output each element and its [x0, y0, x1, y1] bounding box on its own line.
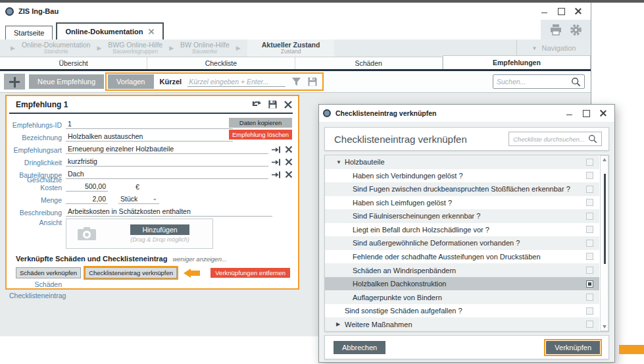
- breadcrumb-item[interactable]: Aktueller ZustandZustand: [247, 39, 335, 57]
- item-checkbox[interactable]: [586, 159, 593, 166]
- breadcrumb-subtitle: Standorte: [22, 49, 90, 55]
- checklist-item-row[interactable]: Holzbalken Dachkonstruktion: [325, 277, 599, 291]
- section-tab-checkliste[interactable]: Checkliste: [147, 57, 295, 69]
- search-icon[interactable]: [588, 134, 597, 143]
- item-checkbox[interactable]: [586, 294, 593, 301]
- kuerzel-label: Kürzel: [160, 78, 182, 86]
- clear-field-icon[interactable]: [285, 145, 293, 153]
- item-checkbox[interactable]: [586, 240, 593, 247]
- expand-open-icon[interactable]: ▼: [336, 159, 345, 165]
- section-tab-übersicht[interactable]: Übersicht: [0, 57, 147, 69]
- navigation-dropdown[interactable]: ▼ Navigation: [516, 39, 591, 57]
- schaeden-verknuepfen-button[interactable]: Schäden verknüpfen: [16, 267, 81, 278]
- checklist-item-row[interactable]: Sind sonstige Schäden aufgefallen ?: [325, 304, 599, 318]
- item-checkbox[interactable]: [586, 253, 593, 260]
- add-empfehlung-icon-button[interactable]: [4, 74, 25, 90]
- undo-icon[interactable]: [251, 99, 262, 109]
- item-checkbox[interactable]: [586, 280, 593, 288]
- search-icon[interactable]: [571, 77, 581, 87]
- dialog-close-button[interactable]: [596, 107, 610, 119]
- close-button[interactable]: [571, 5, 585, 17]
- dropzone-hint: (Drag & Drop möglich): [130, 236, 189, 243]
- tab-online-dokumentation[interactable]: Online-Dokumentation: [56, 22, 164, 39]
- empfehlungs-id-input[interactable]: 1: [66, 120, 233, 129]
- daten-kopieren-button[interactable]: Daten kopieren: [229, 118, 292, 128]
- show-less-toggle[interactable]: weniger anzeigen...: [172, 255, 226, 263]
- checklist-item-row[interactable]: Schäden an Windrispenbändern: [325, 263, 599, 277]
- kosten-input[interactable]: 500,00: [66, 182, 108, 192]
- scroll-down-icon[interactable]: [603, 325, 607, 328]
- checklist-item-row[interactable]: Fehlende oder schadhafte Aussteifungen v…: [325, 250, 599, 264]
- menge-input[interactable]: 2,00: [66, 195, 108, 204]
- breadcrumb-item[interactable]: BW Online-HilfeBauwerke: [180, 41, 230, 55]
- item-checkbox[interactable]: [586, 213, 593, 220]
- print-icon[interactable]: [549, 23, 562, 36]
- field-menge: Menge 2,00 Stück ⌄: [9, 192, 293, 204]
- filter-icon[interactable]: [291, 77, 301, 87]
- vorlagen-button[interactable]: Vorlagen: [108, 74, 153, 89]
- bezeichnung-input[interactable]: Holzbalken austauschen: [66, 132, 233, 142]
- checklist-search-input[interactable]: Checkliste durchsuchen...: [508, 132, 602, 146]
- beschreibung-input[interactable]: Arbeitskosten in Schätzkosten enthalten: [66, 207, 272, 217]
- verknuepfen-button[interactable]: Verknüpfen: [546, 341, 600, 354]
- breadcrumb-subtitle: Zustand: [262, 49, 320, 55]
- pick-from-list-icon[interactable]: [272, 146, 281, 153]
- dringlichkeit-input[interactable]: kurzfristig: [66, 157, 268, 167]
- item-checkbox[interactable]: [586, 186, 593, 193]
- section-tab-empfehlungen[interactable]: Empfehlungen: [443, 55, 591, 69]
- section-tab-schäden[interactable]: Schäden: [295, 57, 443, 69]
- item-checkbox[interactable]: [586, 321, 593, 328]
- checklist-group-row[interactable]: ▼Holzbauteile: [325, 155, 599, 169]
- clear-field-icon[interactable]: [285, 158, 293, 166]
- checklist-item-row[interactable]: Auflagerpunkte von Bindern: [325, 290, 599, 304]
- checklist-item-row[interactable]: Haben sich Leimfugen gelöst ?: [325, 196, 599, 210]
- neue-empfehlung-button[interactable]: Neue Empfehlung: [29, 74, 104, 89]
- save-icon[interactable]: [268, 99, 278, 109]
- checklist-item-row[interactable]: Sind außergewöhnliche Deformationen vorh…: [325, 236, 599, 250]
- maximize-button[interactable]: [554, 5, 568, 17]
- pick-from-list-icon[interactable]: [272, 159, 281, 166]
- breadcrumb-separator-icon: ▶: [97, 45, 101, 51]
- dialog-titlebar: Checklisteneintrag verknüpfen: [319, 105, 614, 122]
- save-filter-icon[interactable]: [307, 76, 318, 87]
- item-checkbox[interactable]: [586, 199, 593, 206]
- checklist-item-row[interactable]: Liegt ein Befall durch Holzschädlinge vo…: [325, 223, 599, 237]
- scroll-thumb[interactable]: [604, 174, 606, 265]
- checklist-item-row[interactable]: Haben sich Verbindungen gelöst ?: [325, 169, 599, 183]
- menge-unit-select[interactable]: Stück ⌄: [118, 195, 159, 204]
- close-form-icon[interactable]: [284, 100, 293, 109]
- item-checkbox[interactable]: [586, 267, 593, 274]
- breadcrumb-item[interactable]: Online-DokumentationStandorte: [22, 41, 90, 55]
- clear-field-icon[interactable]: [285, 170, 293, 178]
- checklist-item-row[interactable]: Sind Fäulniserscheinungen erkennbar ?: [325, 209, 599, 223]
- settings-gear-icon[interactable]: [569, 23, 583, 37]
- checklist-item-text: Sind Fugen zwischen druckbeanspruchten S…: [353, 185, 570, 193]
- image-dropzone[interactable]: Hinzufügen (Drag & Drop möglich): [66, 219, 213, 249]
- abbrechen-button[interactable]: Abbrechen: [334, 341, 385, 354]
- tab-startseite[interactable]: Startseite: [5, 26, 53, 39]
- field-label: Ansicht: [9, 219, 62, 249]
- item-checkbox[interactable]: [586, 172, 593, 179]
- empfehlung-loeschen-button[interactable]: Empfehlung löschen: [229, 130, 292, 140]
- checklist-group-row[interactable]: ▶Weitere Maßnahmen: [325, 317, 599, 331]
- minimize-button[interactable]: [537, 5, 551, 17]
- tab-close-icon[interactable]: [148, 28, 155, 35]
- item-checkbox[interactable]: [586, 226, 593, 233]
- checklist-item-row[interactable]: Sind Fugen zwischen druckbeanspruchten S…: [325, 182, 599, 196]
- scrollbar[interactable]: [600, 155, 608, 331]
- kuerzel-input[interactable]: Kürzel eingeben + Enter...: [187, 77, 285, 87]
- checklisteneintrag-verknuepfen-button[interactable]: Checklisteneintrag verknüpfen: [85, 267, 177, 278]
- bauteilgruppe-input[interactable]: Dach: [66, 170, 268, 179]
- dialog-maximize-button[interactable]: [579, 107, 593, 119]
- empfehlungsart-input[interactable]: Erneuerung einzelner Holzbauteile: [66, 145, 268, 154]
- breadcrumb-item[interactable]: BWG Online-HilfeBauwerksgruppen: [108, 41, 162, 55]
- expand-closed-icon[interactable]: ▶: [336, 321, 345, 327]
- verknuepfungen-entfernen-button[interactable]: Verknüpfungen entfernen: [211, 268, 290, 278]
- dialog-minimize-button[interactable]: [562, 107, 576, 119]
- schaeden-label: Schäden: [9, 280, 62, 288]
- item-checkbox[interactable]: [586, 307, 593, 315]
- hinzufuegen-button[interactable]: Hinzufügen: [130, 224, 189, 235]
- scroll-up-icon[interactable]: [603, 158, 607, 161]
- search-input[interactable]: Suchen...: [493, 74, 585, 89]
- pick-from-list-icon[interactable]: [272, 171, 281, 178]
